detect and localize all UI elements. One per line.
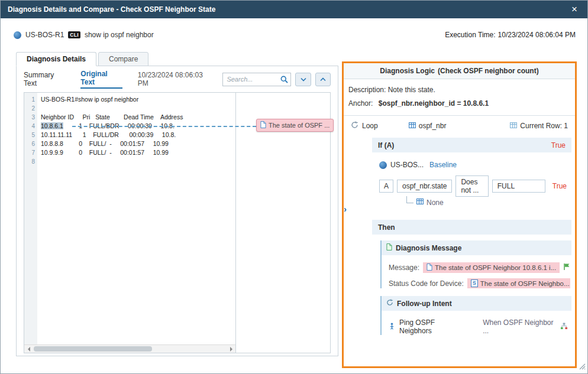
- diagnosis-message-title: Diagnosis Message: [396, 244, 461, 252]
- status-code-icon: S: [471, 279, 478, 287]
- description-label: Description:: [348, 86, 386, 94]
- logic-title-sub: (Check OSPF neighbor count): [438, 67, 539, 75]
- status-code-chip[interactable]: S The state of OSPF Neighbo...: [467, 278, 570, 288]
- dialog-title: Diagnosis Details and Compare - Check OS…: [8, 5, 215, 14]
- diagnosis-annotation-tag[interactable]: The state of OSPF ...: [256, 119, 334, 132]
- decision-tree-icon[interactable]: [560, 323, 568, 331]
- condition-id-box[interactable]: A: [379, 180, 393, 193]
- collapse-panel-icon[interactable]: ›: [344, 205, 347, 213]
- original-text-tab[interactable]: Original Text: [80, 70, 122, 89]
- intent-icon: [389, 323, 395, 331]
- status-code-row: Status Code for Device: S The state of O…: [389, 278, 570, 288]
- find-previous-button[interactable]: [315, 73, 331, 86]
- follow-up-intent-block: Follow-up Intent Ping OSPF Neigbhors Whe…: [380, 296, 571, 335]
- if-result: True: [551, 141, 566, 149]
- diagnosis-message-block: Diagnosis Message Message: The state of …: [380, 240, 571, 288]
- current-row-label: Current Row: 1: [520, 122, 568, 130]
- scroll-right-icon[interactable]: [227, 345, 235, 353]
- search-box: [222, 73, 291, 86]
- execution-time: Execution Time: 10/23/2024 08:06:04 PM: [445, 31, 576, 39]
- flag-icon[interactable]: [563, 263, 570, 272]
- line-number: 6: [24, 139, 35, 148]
- annotation-connector-line: [72, 126, 256, 127]
- diagnosis-details-panel: Summary Text Original Text 10/23/2024 08…: [16, 66, 338, 356]
- then-label: Then: [378, 223, 395, 232]
- device-icon: [14, 31, 21, 39]
- condition-value-box[interactable]: FULL: [492, 180, 545, 193]
- tree-elbow-connector: [406, 196, 413, 203]
- intent-row[interactable]: Ping OSPF Neigbhors When OSPF Neighbor .…: [389, 318, 568, 335]
- tab-diagnosis-details[interactable]: Diagnosis Details: [16, 52, 96, 66]
- table-icon: [510, 122, 517, 131]
- output-toolbar: Summary Text Original Text 10/23/2024 08…: [17, 66, 338, 92]
- scrollbar-thumb[interactable]: [34, 346, 152, 352]
- search-icon[interactable]: [280, 76, 288, 85]
- if-block-body: US-BOS... Baseline A ospf_nbr.state Does…: [372, 152, 571, 212]
- output-timestamp: 10/23/2024 08:06:03 PM: [138, 71, 214, 87]
- cli-badge: CLI: [68, 31, 80, 38]
- condition-operator-box[interactable]: Does not ...: [455, 175, 488, 197]
- follow-up-intent-title: Follow-up Intent: [397, 300, 452, 308]
- anchor-row: Anchor: $ospf_nbr.neighbor_id = 10.8.6.1: [348, 99, 571, 108]
- chevron-up-icon: [320, 75, 326, 83]
- command-text: show ip ospf neighbor: [85, 31, 154, 39]
- device-icon: [379, 161, 387, 169]
- command-header: US-BOS-R1 CLI show ip ospf neighbor Exec…: [14, 28, 576, 41]
- line-number: 8: [24, 157, 35, 166]
- code-gutter: 12345678: [24, 93, 37, 353]
- main-tabs: Diagnosis Details Compare: [16, 52, 150, 66]
- dialog-titlebar[interactable]: Diagnosis Details and Compare - Check OS…: [1, 1, 587, 18]
- loop-label: Loop: [362, 122, 378, 130]
- code-line: Neighbor ID Pri State Dead Time Address: [41, 113, 235, 122]
- annotation-column: [236, 93, 330, 353]
- loop-variable-name: ospf_nbr: [419, 122, 447, 130]
- loop-variable[interactable]: ospf_nbr: [409, 122, 447, 131]
- tab-compare[interactable]: Compare: [98, 52, 148, 66]
- logic-title-main: Diagnosis Logic: [380, 67, 435, 75]
- diagnosis-dialog: Diagnosis Details and Compare - Check OS…: [0, 0, 588, 374]
- resize-handle[interactable]: [579, 362, 586, 372]
- follow-up-intent-header[interactable]: Follow-up Intent: [382, 296, 571, 311]
- follow-up-icon: [386, 299, 393, 308]
- anchor-label: Anchor:: [348, 99, 373, 108]
- highlighted-text: 10.8.6.1: [41, 122, 63, 129]
- execution-time-label: Execution Time:: [445, 31, 495, 39]
- diagnosis-message-chip[interactable]: The state of OSPF Neighbor 10.8.6.1 i...: [423, 262, 560, 273]
- anchor-value: $ospf_nbr.neighbor_id = 10.8.6.1: [379, 99, 489, 108]
- line-number: 3: [24, 113, 35, 122]
- close-icon[interactable]: ×: [568, 4, 580, 15]
- if-block-header[interactable]: If (A) True: [372, 138, 571, 152]
- status-code-text: The state of OSPF Neighbo...: [480, 280, 570, 287]
- line-number: 5: [24, 131, 35, 139]
- message-doc-icon: [386, 243, 392, 252]
- diagnosis-message-header[interactable]: Diagnosis Message: [382, 240, 571, 255]
- condition-device-name: US-BOS...: [390, 161, 424, 169]
- loop-row: Loop ospf_nbr Current Row: 1: [347, 116, 573, 136]
- code-lines: US-BOS-R1#show ip ospf neighborNeighbor …: [37, 93, 235, 353]
- line-number: 7: [24, 148, 35, 157]
- condition-device-row: US-BOS... Baseline: [379, 161, 567, 169]
- condition-result: True: [553, 182, 567, 190]
- intent-condition: When OSPF Neighbor ...: [483, 318, 556, 335]
- code-line: [41, 157, 235, 166]
- code-line: 10.11.11.11 1 FULL/DR 00:00:39 10.8.: [41, 131, 235, 139]
- message-label: Message:: [389, 264, 419, 272]
- scroll-left-icon[interactable]: [24, 345, 33, 353]
- horizontal-scrollbar[interactable]: [24, 344, 235, 353]
- condition-row: A ospf_nbr.state Does not ... FULL True: [379, 175, 567, 197]
- table-icon: [416, 198, 424, 207]
- line-number: 4: [24, 122, 35, 131]
- summary-text-tab[interactable]: Summary Text: [24, 71, 67, 87]
- intent-name: Ping OSPF Neigbhors: [399, 318, 464, 335]
- if-label: If (A): [378, 141, 394, 149]
- line-number: 2: [24, 104, 35, 113]
- diagnosis-message-text: The state of OSPF Neighbor 10.8.6.1 i...: [435, 264, 556, 271]
- code-editor: 12345678 US-BOS-R1#show ip ospf neighbor…: [24, 93, 236, 353]
- find-next-button[interactable]: [295, 73, 311, 86]
- then-block-header[interactable]: Then: [372, 220, 571, 235]
- condition-variable-box[interactable]: ospf_nbr.state: [397, 180, 452, 193]
- baseline-link[interactable]: Baseline: [429, 161, 457, 169]
- loop-icon: [351, 121, 358, 131]
- code-line: 10.9.9.9 0 FULL/ - 00:01:57 10.99: [41, 148, 235, 157]
- status-code-label: Status Code for Device:: [389, 279, 464, 288]
